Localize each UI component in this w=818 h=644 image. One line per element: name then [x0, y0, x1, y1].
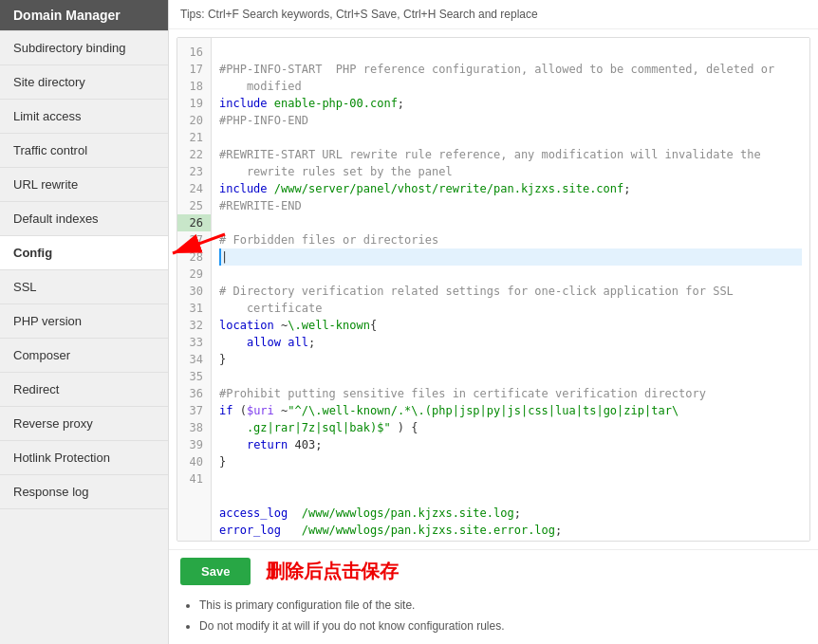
code-line-41: [219, 539, 802, 541]
line-num-26: 26: [177, 214, 211, 231]
line-num-29: 29: [177, 266, 211, 283]
code-line-27: [219, 266, 802, 283]
code-line-29: location ~ \.well-known{: [219, 317, 802, 334]
sidebar-item-php-version[interactable]: PHP version: [0, 304, 168, 339]
code-line-19: #PHP-INFO-END: [219, 112, 802, 129]
line-num-21: 21: [177, 129, 211, 146]
line-numbers: 16 17 18 19 20 21 22 23 24 25 26 27 28 2…: [177, 38, 212, 541]
sidebar-item-limit-access[interactable]: Limit access: [0, 100, 168, 134]
line-num-20: 20: [177, 112, 211, 129]
sidebar-item-reverse-proxy[interactable]: Reverse proxy: [0, 407, 168, 441]
main-content: Tips: Ctrl+F Search keywords, Ctrl+S Sav…: [169, 0, 818, 644]
code-line-38: [219, 488, 802, 505]
line-num-19: 19: [177, 95, 211, 112]
line-num-39: 39: [177, 436, 211, 453]
line-num-24: 24: [177, 180, 211, 197]
code-line-24: [219, 214, 802, 231]
code-line-18: include enable-php-00.conf;: [219, 95, 802, 112]
line-num-37: 37: [177, 402, 211, 419]
sidebar-item-ssl[interactable]: SSL: [0, 270, 168, 304]
delete-hint-text: 删除后点击保存: [266, 559, 399, 584]
line-num-33: 33: [177, 334, 211, 351]
code-line-23: #REWRITE-END: [219, 197, 802, 214]
code-line-35: return 403;: [219, 436, 802, 453]
code-line-16: [219, 44, 802, 61]
code-line-17: #PHP-INFO-START PHP reference configurat…: [219, 61, 802, 78]
info-item-0: This is primary configuration file of th…: [199, 595, 807, 616]
line-num-18: 18: [177, 78, 211, 95]
code-line-28b: certificate: [219, 300, 802, 317]
line-num-28: 28: [177, 248, 211, 266]
code-line-28: # Directory verification related setting…: [219, 283, 802, 300]
code-line-37: [219, 470, 802, 488]
sidebar-item-default-indexes[interactable]: Default indexes: [0, 202, 168, 236]
line-num-17: 17: [177, 61, 211, 78]
code-line-31: }: [219, 351, 802, 368]
bottom-actions: Save 删除后点击保存 This is primary configurati…: [169, 549, 818, 644]
sidebar-item-response-log[interactable]: Response log: [0, 475, 168, 509]
code-line-25: # Forbidden files or directories: [219, 231, 802, 248]
info-item-1: Do not modify it at will if you do not k…: [199, 616, 807, 636]
code-line-33: #Prohibit putting sensitive files in cer…: [219, 385, 802, 402]
code-line-40: error_log /www/wwwlogs/pan.kjzxs.site.er…: [219, 522, 802, 539]
code-line-21b: rewrite rules set by the panel: [219, 163, 802, 180]
line-num-30: 30: [177, 283, 211, 300]
sidebar-item-site-directory[interactable]: Site directory: [0, 65, 168, 100]
tips-bar: Tips: Ctrl+F Search keywords, Ctrl+S Sav…: [169, 0, 818, 29]
line-num-36: 36: [177, 385, 211, 402]
line-num-38: 38: [177, 419, 211, 436]
line-num-27: 27: [177, 231, 211, 248]
code-line-34: if ( $uri ~ "^/\.well-known/.*\.(php|jsp…: [219, 402, 802, 419]
code-line-21: #REWRITE-START URL rewrite rule referenc…: [219, 146, 802, 163]
code-line-39: access_log /www/wwwlogs/pan.kjzxs.site.l…: [219, 505, 802, 522]
line-num-40: 40: [177, 453, 211, 470]
save-button[interactable]: Save: [180, 558, 251, 585]
code-text-area[interactable]: #PHP-INFO-START PHP reference configurat…: [212, 38, 809, 541]
sidebar-item-traffic-control[interactable]: Traffic control: [0, 134, 168, 168]
sidebar-item-config[interactable]: Config: [0, 236, 168, 270]
line-num-23: 23: [177, 163, 211, 180]
line-num-22: 22: [177, 146, 211, 163]
line-num-16: 16: [177, 44, 211, 61]
line-num-35: 35: [177, 368, 211, 385]
code-line-30: allow all;: [219, 334, 802, 351]
sidebar-item-hotlink-protection[interactable]: Hotlink Protection: [0, 441, 168, 475]
code-line-26: |: [219, 248, 802, 266]
info-list: This is primary configuration file of th…: [180, 595, 807, 636]
code-line-32: [219, 368, 802, 385]
line-num-41: 41: [177, 470, 211, 488]
line-num-34: 34: [177, 351, 211, 368]
sidebar-header: Domain Manager: [0, 0, 168, 31]
sidebar: Domain Manager Subdirectory binding Site…: [0, 0, 169, 644]
save-row: Save 删除后点击保存: [180, 558, 807, 585]
code-line-22: include /www/server/panel/vhost/rewrite/…: [219, 180, 802, 197]
sidebar-item-composer[interactable]: Composer: [0, 339, 168, 373]
code-line-20: [219, 129, 802, 146]
line-num-31: 31: [177, 300, 211, 317]
line-num-32: 32: [177, 317, 211, 334]
code-line-36: }: [219, 453, 802, 470]
line-num-25: 25: [177, 197, 211, 214]
code-line-34b: .gz|rar|7z|sql|bak)$" ) {: [219, 419, 802, 436]
sidebar-item-subdirectory-binding[interactable]: Subdirectory binding: [0, 31, 168, 65]
code-line-17b: modified: [219, 78, 802, 95]
code-editor[interactable]: 16 17 18 19 20 21 22 23 24 25 26 27 28 2…: [177, 37, 810, 542]
sidebar-item-redirect[interactable]: Redirect: [0, 373, 168, 407]
sidebar-item-url-rewrite[interactable]: URL rewrite: [0, 168, 168, 202]
